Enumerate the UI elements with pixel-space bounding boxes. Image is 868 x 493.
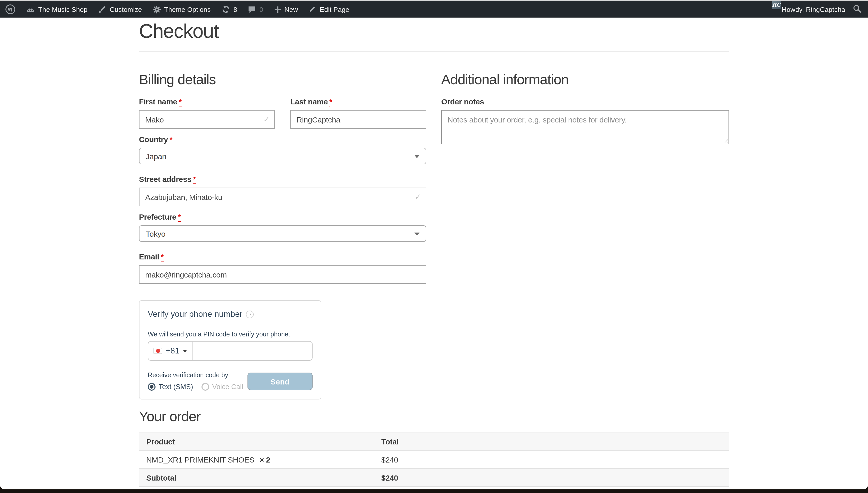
billing-heading: Billing details [139, 72, 426, 87]
radio-text-sms[interactable]: Text (SMS) [148, 383, 193, 391]
radio-unselected-icon[interactable] [201, 383, 209, 391]
required-asterisk: * [178, 212, 180, 222]
japan-flag-icon [154, 348, 162, 354]
valid-check-icon: ✓ [263, 115, 270, 124]
checkout-page: Checkout Billing details First name* ✓ [0, 18, 868, 489]
product-total: $240 [374, 450, 729, 469]
dashboard-gauge-icon [26, 5, 35, 14]
first-name-input[interactable] [139, 110, 275, 129]
street-address-input[interactable] [139, 188, 426, 206]
additional-info-heading: Additional information [441, 72, 729, 87]
comments-bubble-icon [247, 5, 256, 14]
street-address-label: Street address* [139, 175, 426, 184]
product-column-header: Product [139, 432, 374, 450]
order-notes-label: Order notes [441, 97, 729, 106]
prefecture-label: Prefecture* [139, 212, 426, 221]
phone-verification-widget: Verify your phone number ? We will send … [139, 300, 321, 400]
edit-pencil-icon [308, 5, 317, 14]
wordpress-logo-icon [5, 4, 16, 15]
phone-number-input[interactable]: +81 [148, 341, 312, 361]
total-value: $240 [374, 487, 729, 489]
site-name-label: The Music Shop [38, 5, 88, 13]
phone-widget-subtitle: We will send you a PIN code to verify yo… [148, 331, 312, 338]
site-name-menu[interactable]: The Music Shop [21, 1, 93, 18]
order-notes-textarea[interactable] [441, 110, 729, 144]
chevron-down-icon [414, 233, 419, 236]
required-asterisk: * [161, 252, 164, 261]
radio-text-sms-label[interactable]: Text (SMS) [159, 383, 193, 391]
order-table-header: Product Total [139, 432, 729, 450]
prefecture-select[interactable]: Tokyo [139, 225, 426, 242]
plus-icon [274, 5, 281, 13]
updates-count: 8 [234, 5, 237, 13]
subtotal-label: Subtotal [139, 469, 374, 487]
required-asterisk: * [329, 97, 332, 106]
edit-page-menu[interactable]: Edit Page [303, 1, 355, 18]
total-column-header: Total [374, 432, 729, 450]
email-label: Email* [139, 252, 426, 261]
radio-selected-icon[interactable] [148, 383, 155, 391]
country-label: Country* [139, 135, 426, 144]
product-quantity: × 2 [260, 455, 270, 464]
send-button[interactable]: Send [247, 372, 312, 390]
receive-code-label: Receive verification code by: [148, 371, 243, 379]
country-select[interactable]: Japan [139, 148, 426, 164]
new-content-menu[interactable]: New [268, 1, 303, 18]
howdy-account-menu[interactable]: Howdy, RingCaptcha [782, 5, 845, 13]
subtotal-value: $240 [374, 469, 729, 487]
theme-options-menu[interactable]: Theme Options [147, 1, 216, 18]
first-name-label: First name* [139, 97, 275, 106]
chevron-down-icon [414, 155, 419, 158]
updates-menu[interactable]: 8 [216, 1, 243, 18]
adminbar-search-button[interactable] [850, 4, 868, 15]
order-review-table: Product Total NMD_XR1 PRIMEKNIT SHOES× 2… [139, 432, 729, 489]
wp-logo-menu[interactable] [0, 1, 21, 18]
last-name-input[interactable] [290, 110, 426, 129]
product-name: NMD_XR1 PRIMEKNIT SHOES [146, 455, 255, 464]
country-code-dropdown[interactable]: +81 [148, 342, 193, 360]
country-code-value: +81 [166, 346, 179, 356]
your-order-heading: Your order [139, 409, 729, 424]
email-input[interactable] [139, 265, 426, 284]
gear-icon [152, 5, 161, 14]
comments-menu[interactable]: 0 [242, 1, 268, 18]
total-row: Total $240 [139, 487, 729, 489]
last-name-label: Last name* [290, 97, 426, 106]
user-avatar[interactable]: RC [772, 1, 781, 9]
help-icon[interactable]: ? [246, 310, 254, 318]
title-divider [139, 51, 729, 52]
radio-voice-call-label[interactable]: Voice Call [212, 383, 243, 391]
total-label: Total [139, 487, 374, 489]
valid-check-icon: ✓ [415, 192, 421, 201]
order-item-row: NMD_XR1 PRIMEKNIT SHOES× 2 $240 [139, 450, 729, 469]
comments-count: 0 [259, 5, 263, 13]
page-title: Checkout [139, 18, 729, 42]
phone-widget-title: Verify your phone number [148, 309, 242, 319]
customize-label: Customize [110, 5, 142, 13]
wp-admin-bar: The Music Shop Customize Theme Options 8… [0, 1, 868, 18]
edit-page-label: Edit Page [320, 5, 349, 13]
updates-refresh-icon [221, 5, 231, 14]
customize-brush-icon [98, 5, 107, 14]
adminbar-right: RC Howdy, RingCaptcha [772, 1, 868, 18]
new-label: New [284, 5, 298, 13]
required-asterisk: * [179, 97, 181, 106]
chevron-down-icon [183, 349, 187, 352]
required-asterisk: * [170, 135, 172, 144]
required-asterisk: * [193, 175, 196, 184]
theme-options-label: Theme Options [164, 5, 211, 13]
subtotal-row: Subtotal $240 [139, 469, 729, 487]
radio-voice-call[interactable]: Voice Call [201, 383, 243, 391]
search-icon [852, 4, 862, 15]
customize-menu[interactable]: Customize [93, 1, 147, 18]
